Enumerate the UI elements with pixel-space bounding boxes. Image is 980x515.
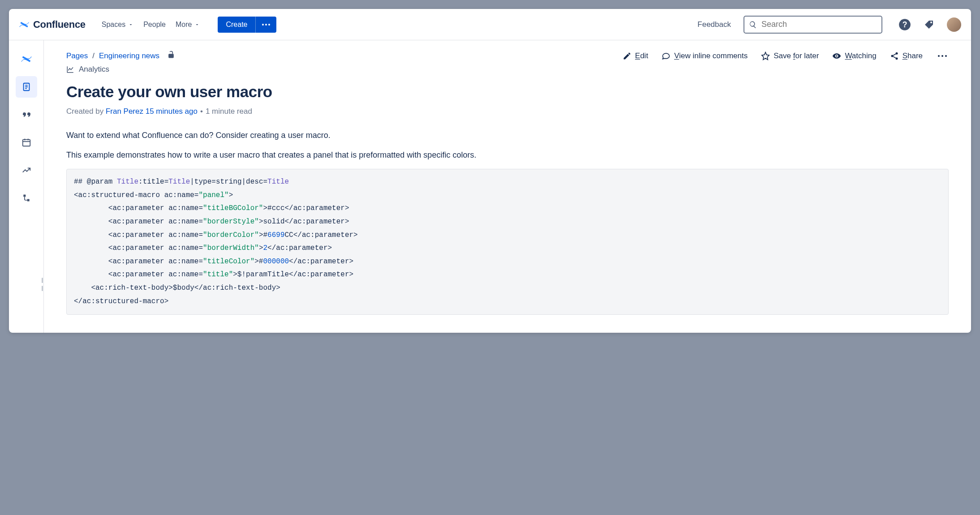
eye-icon [832,52,841,60]
read-time: 1 minute read [206,107,252,116]
code-block: ## @param Title:title=Title|type=string|… [66,169,949,315]
body-area: Pages / Engineering news Edit View inlin… [9,40,971,333]
content: Pages / Engineering news Edit View inlin… [44,40,971,333]
notifications-button[interactable] [923,18,935,31]
rail-calendar[interactable] [16,132,37,153]
nav-people[interactable]: People [143,21,166,29]
svg-line-16 [893,56,896,58]
page-more-button[interactable] [936,53,949,59]
rail-tree[interactable] [16,187,37,209]
svg-point-14 [895,57,898,60]
page-title: Create your own user macro [66,83,949,101]
byline-prefix: Created by [66,107,106,116]
author-link[interactable]: Fran Perez 15 minutes ago [106,107,198,116]
ellipsis-icon [262,24,270,26]
edit-label: Edit [635,52,648,60]
svg-point-12 [895,52,898,54]
create-more-button[interactable] [255,17,276,33]
calendar-icon [21,137,31,147]
create-split-button: Create [218,17,276,33]
byline-sep: • [200,107,203,116]
quote-icon [21,109,32,120]
confluence-logo-icon [19,19,30,30]
edit-button[interactable]: Edit [623,52,648,60]
topnav-icons: ? [898,17,961,32]
rail-analytics[interactable] [16,159,37,181]
chart-icon [21,165,31,175]
comment-icon [662,52,671,60]
page-icon [21,82,31,92]
rail-blog[interactable] [16,104,37,125]
help-icon: ? [898,18,911,31]
rail-pages[interactable] [16,76,37,98]
page-actions: Edit View inline comments Save for later… [623,52,949,60]
feedback-link[interactable]: Feedback [697,20,731,29]
brand[interactable]: Confluence [19,19,86,30]
view-comments-button[interactable]: View inline comments [662,52,748,60]
share-button[interactable]: Share [890,52,923,60]
watching-button[interactable]: Watching [832,52,876,60]
pencil-icon [623,52,632,60]
nav-more-label: More [176,21,192,29]
chevron-down-icon [194,22,200,27]
search-input[interactable] [761,20,877,29]
brand-name: Confluence [33,19,86,30]
chart-line-icon [66,65,74,73]
svg-rect-6 [22,140,30,146]
nav-people-label: People [143,21,166,29]
save-label: Save for later [774,52,819,60]
svg-rect-10 [23,195,26,197]
svg-text:?: ? [903,20,907,29]
nav-spaces[interactable]: Spaces [102,21,133,29]
nav-more[interactable]: More [176,21,200,29]
svg-line-15 [893,54,896,55]
tag-icon [924,19,934,30]
unlock-icon [167,50,176,59]
analytics-button[interactable]: Analytics [66,65,949,74]
app-window: Confluence Spaces People More Create Fee… [9,9,971,333]
rail-home[interactable] [16,48,37,70]
nav-spaces-label: Spaces [102,21,125,29]
breadcrumb-sep: / [92,52,95,60]
top-nav: Confluence Spaces People More Create Fee… [9,9,971,40]
byline: Created by Fran Perez 15 minutes ago•1 m… [66,107,949,116]
breadcrumb-space[interactable]: Engineering news [99,52,159,60]
svg-point-13 [891,55,893,57]
chevron-down-icon [128,22,133,27]
paragraph-2: This example demonstrates how to write a… [66,149,949,161]
paragraph-1: Want to extend what Confluence can do? C… [66,129,949,141]
hierarchy-icon [22,193,31,202]
page-toolbar: Pages / Engineering news Edit View inlin… [66,50,949,61]
rail-resize-handle[interactable] [42,278,45,291]
analytics-label: Analytics [79,65,109,74]
restrictions-button[interactable] [167,50,176,61]
breadcrumb: Pages / Engineering news [66,50,176,61]
share-icon [890,52,899,60]
left-rail [9,40,44,333]
share-label: Share [903,52,923,60]
star-icon [761,52,770,60]
nav-items: Spaces People More Create [102,17,277,33]
confluence-mini-icon [21,53,32,65]
view-comments-label: View inline comments [674,52,748,60]
save-for-later-button[interactable]: Save for later [761,52,819,60]
search-icon [749,20,757,29]
svg-rect-11 [27,199,29,202]
watching-label: Watching [845,52,876,60]
search-box[interactable] [744,16,882,34]
help-button[interactable]: ? [898,18,911,31]
create-button[interactable]: Create [218,17,255,33]
breadcrumb-pages[interactable]: Pages [66,52,88,60]
avatar[interactable] [947,17,961,32]
